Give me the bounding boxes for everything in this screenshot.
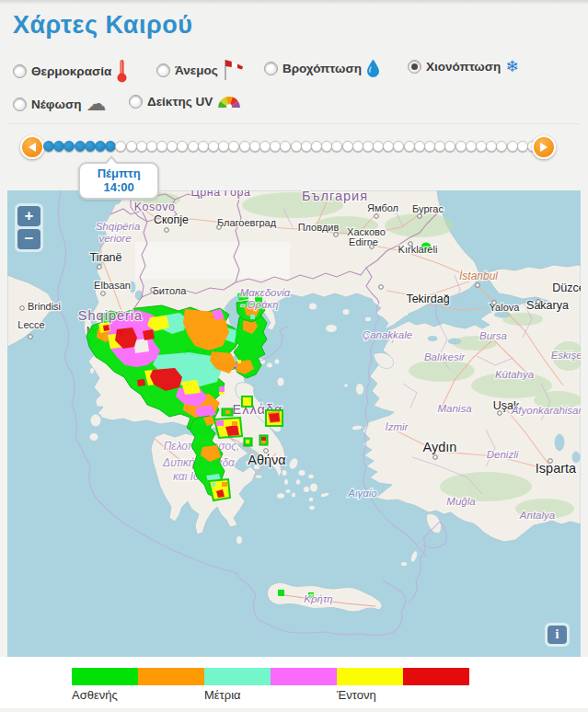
timeline-dot[interactable] xyxy=(198,141,209,152)
radio-circle[interactable] xyxy=(13,98,27,111)
radio-circle[interactable] xyxy=(129,95,143,109)
timeline-dot[interactable] xyxy=(146,141,157,152)
city-marker xyxy=(29,335,33,339)
timeline-dot[interactable] xyxy=(218,141,229,152)
tooltip-time: 14:00 xyxy=(80,180,157,194)
legend-swatch xyxy=(204,668,271,685)
timeline-dot[interactable] xyxy=(507,141,518,152)
timeline-dot[interactable] xyxy=(476,141,487,152)
radio-label: Άνεμος xyxy=(175,63,218,77)
legend: ΑσθενήςΜέτριαΈντονη xyxy=(0,657,588,708)
radio-circle[interactable] xyxy=(408,60,421,74)
tooltip-caret xyxy=(104,155,119,164)
map-label: İstanbul xyxy=(459,270,498,282)
map-label: Elbasan xyxy=(94,280,131,291)
timeline-dot[interactable] xyxy=(208,141,219,152)
legend-swatch xyxy=(138,668,204,685)
timeline-dot[interactable] xyxy=(301,141,312,152)
timeline-dot[interactable] xyxy=(177,141,188,152)
timeline-dot[interactable] xyxy=(105,141,116,152)
legend-label: Ασθενής xyxy=(72,688,118,702)
timeline-dot[interactable] xyxy=(404,141,415,152)
timeline-dot[interactable] xyxy=(466,141,477,152)
timeline-dot[interactable] xyxy=(259,141,271,152)
map-label: Бургас xyxy=(412,203,444,214)
timeline-dot[interactable] xyxy=(486,141,497,152)
city-marker xyxy=(264,449,269,454)
timeline-dot[interactable] xyxy=(126,141,137,152)
city-marker xyxy=(476,283,480,288)
timeline-dot[interactable] xyxy=(434,141,445,152)
timeline-dot[interactable] xyxy=(393,141,404,152)
slider-track[interactable] xyxy=(0,133,588,157)
timeline-dot[interactable] xyxy=(85,141,96,152)
timeline-dot[interactable] xyxy=(95,141,106,152)
map-label: Brindisi xyxy=(28,301,61,312)
radio-snow[interactable]: Χιονόπτωση ❄ xyxy=(408,59,519,75)
map-label: Çanakkale xyxy=(363,329,412,340)
slider-tooltip: Πέμπτη 14:00 xyxy=(78,162,159,200)
map-label: Kosovo xyxy=(134,201,176,213)
timeline-dot[interactable] xyxy=(517,141,528,152)
radio-temperature[interactable]: Θερμοκρασία xyxy=(13,59,128,83)
map-label: Αθήνα xyxy=(248,453,285,467)
timeline-dot[interactable] xyxy=(167,141,178,152)
map-label: Shqipëria xyxy=(78,308,143,323)
timeline-dot[interactable] xyxy=(373,141,384,152)
timeline-dot[interactable] xyxy=(291,141,302,152)
timeline-dot[interactable] xyxy=(321,141,332,152)
timeline-dot[interactable] xyxy=(424,141,435,152)
zoom-out-button[interactable]: − xyxy=(17,229,40,249)
tooltip-day: Πέμπτη xyxy=(80,167,157,180)
attribution-info-button[interactable]: i xyxy=(545,623,570,647)
timeline-dot[interactable] xyxy=(455,141,467,152)
timeline-dot[interactable] xyxy=(136,141,147,152)
city-marker xyxy=(433,455,438,460)
map-label: Antalya xyxy=(519,510,555,521)
timeline-dot[interactable] xyxy=(63,141,75,152)
timeline-dot[interactable] xyxy=(383,141,394,152)
timeline-dot[interactable] xyxy=(363,141,374,152)
radio-uv-index[interactable]: Δείκτης UV xyxy=(129,94,242,109)
radio-circle[interactable] xyxy=(264,62,278,75)
timeline-dot[interactable] xyxy=(53,141,64,152)
radio-rain[interactable]: Βροχόπτωση xyxy=(264,59,380,78)
timeline-dot[interactable] xyxy=(414,141,425,152)
slider-next-button[interactable] xyxy=(532,135,556,159)
page-header: Χάρτες Καιρού xyxy=(0,0,588,52)
radio-circle[interactable] xyxy=(13,64,27,78)
city-marker xyxy=(217,225,222,230)
map-label: Μακεδονία xyxy=(240,287,291,298)
timeline-dot[interactable] xyxy=(188,141,199,152)
radio-circle[interactable] xyxy=(156,63,170,77)
timeline-dot[interactable] xyxy=(311,141,322,152)
map-label: Kırklareli xyxy=(398,244,438,255)
map-label: Tekirdağ xyxy=(406,293,449,305)
map-label: Sakarya xyxy=(526,299,569,312)
time-slider: Πέμπτη 14:00 xyxy=(0,124,588,190)
city-marker xyxy=(492,301,497,305)
timeline-dot[interactable] xyxy=(228,141,239,152)
timeline-dot[interactable] xyxy=(249,141,260,152)
timeline-dot[interactable] xyxy=(239,141,250,152)
map-label: Düzce xyxy=(552,281,581,294)
timeline-dot[interactable] xyxy=(156,141,167,152)
timeline-dot[interactable] xyxy=(115,141,126,152)
timeline-dot[interactable] xyxy=(352,141,363,152)
map-label: İzmir xyxy=(386,421,409,432)
timeline-dot[interactable] xyxy=(342,141,353,152)
timeline-dot[interactable] xyxy=(331,141,342,152)
zoom-in-button[interactable]: + xyxy=(17,206,40,226)
timeline-dot[interactable] xyxy=(496,141,507,152)
weather-map[interactable]: MemaliajΛάρισαΒόλοςΕλλάδαΠελοπόννησος,Δυ… xyxy=(7,190,581,657)
radio-clouds[interactable]: Νέφωση ☁ xyxy=(13,94,106,114)
radio-wind[interactable]: Άνεμος xyxy=(156,59,245,81)
city-marker xyxy=(20,306,25,311)
timeline-dot[interactable] xyxy=(75,141,86,152)
timeline-dot[interactable] xyxy=(444,141,455,152)
city-marker xyxy=(165,228,169,233)
timeline-dot[interactable] xyxy=(280,141,291,152)
timeline-dot[interactable] xyxy=(43,141,54,152)
windsock-icon xyxy=(223,59,245,81)
timeline-dot[interactable] xyxy=(270,141,281,152)
